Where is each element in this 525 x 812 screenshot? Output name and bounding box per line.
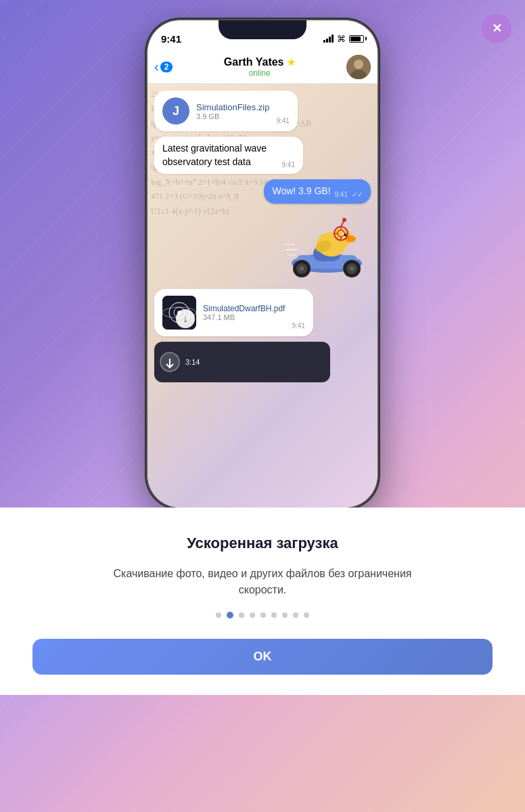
pagination-dots <box>216 612 309 618</box>
message-content: Wow! 3.9 GB! <box>272 185 330 198</box>
svg-point-26 <box>350 267 354 271</box>
svg-line-19 <box>341 221 344 227</box>
back-count-badge: 2 <box>160 62 173 72</box>
svg-point-20 <box>342 218 346 222</box>
file-info: SimulationFiles.zip 3.9 GB <box>196 102 269 120</box>
phone-frame: 9:41 ⌘ ‹ 2 <box>147 20 378 508</box>
phone-mockup: 9:41 ⌘ ‹ 2 <box>147 20 378 508</box>
dot-5 <box>271 612 277 618</box>
status-time: 9:41 <box>161 33 181 45</box>
feature-description: Скачивание фото, видео и других файлов б… <box>93 566 432 598</box>
file-size: 3.9 GB <box>196 112 269 120</box>
message-time: 9:41 <box>276 117 289 125</box>
svg-point-1 <box>354 60 363 69</box>
pdf-name: SimulatedDwarfBH.pdf <box>203 304 285 313</box>
message-time: 9:41 <box>282 161 295 168</box>
file-message-zip[interactable]: J SimulationFiles.zip 3.9 GB 9:41 <box>154 91 298 131</box>
signal-icon <box>323 35 334 43</box>
dot-7 <box>293 612 298 618</box>
contact-name: Garth Yates ★ <box>178 56 341 68</box>
pdf-size: 347.1 MB <box>203 313 285 321</box>
dot-4 <box>260 612 266 618</box>
dot-6 <box>282 612 288 618</box>
sticker-racing-duck <box>283 209 371 284</box>
close-button[interactable]: ✕ <box>482 14 511 43</box>
message-time: 9:41 <box>335 191 348 198</box>
dot-3 <box>250 612 255 618</box>
message-time: 9:41 <box>292 322 304 330</box>
header-center: Garth Yates ★ online <box>178 56 341 78</box>
wifi-icon: ⌘ <box>337 34 346 44</box>
message-content: Latest gravitational wave observatory te… <box>162 142 278 168</box>
phone-screen: 9:41 ⌘ ‹ 2 <box>147 20 378 508</box>
svg-point-23 <box>300 267 304 271</box>
read-receipts: ✓✓ <box>352 191 363 198</box>
video-message[interactable]: 3:14 <box>154 342 330 382</box>
chat-header: ‹ 2 Garth Yates ★ online <box>147 50 378 84</box>
messages-list: J SimulationFiles.zip 3.9 GB 9:41 Latest… <box>147 84 378 389</box>
pdf-message[interactable]: ↓ SimulatedDwarfBH.pdf 347.1 MB 9:41 <box>154 289 313 336</box>
dot-0 <box>216 612 221 618</box>
video-duration: 3:14 <box>185 358 200 366</box>
online-status: online <box>178 68 341 78</box>
feature-title: Ускоренная загрузка <box>187 535 338 552</box>
text-message-gravity: Latest gravitational wave observatory te… <box>154 137 303 174</box>
star-icon: ★ <box>287 57 296 68</box>
avatar <box>346 55 371 79</box>
back-chevron-icon: ‹ <box>154 59 159 74</box>
dot-2 <box>239 612 244 618</box>
download-icon: ↓ <box>183 313 188 324</box>
close-icon: ✕ <box>492 21 502 36</box>
ok-button[interactable]: OK <box>32 639 493 675</box>
bottom-section: Ускоренная загрузка Скачивание фото, вид… <box>0 508 525 695</box>
outgoing-message-wow: Wow! 3.9 GB! 9:41 ✓✓ <box>264 179 371 204</box>
phone-notch <box>219 20 306 39</box>
pdf-info: SimulatedDwarfBH.pdf 347.1 MB <box>203 304 285 321</box>
pdf-thumbnail: ↓ <box>162 296 196 330</box>
cloud-icon <box>160 352 180 372</box>
dot-1-active <box>227 612 233 618</box>
file-icon-j: J <box>162 97 189 125</box>
battery-icon <box>349 35 364 43</box>
chat-area: 2x+7 (x+a)=... √tgB a²+b²+4 f(x)=2⁶ R2L²… <box>147 84 378 508</box>
status-icons: ⌘ <box>323 34 364 44</box>
dot-8 <box>304 612 309 618</box>
file-name: SimulationFiles.zip <box>196 102 269 112</box>
back-button[interactable]: ‹ 2 <box>154 59 173 74</box>
